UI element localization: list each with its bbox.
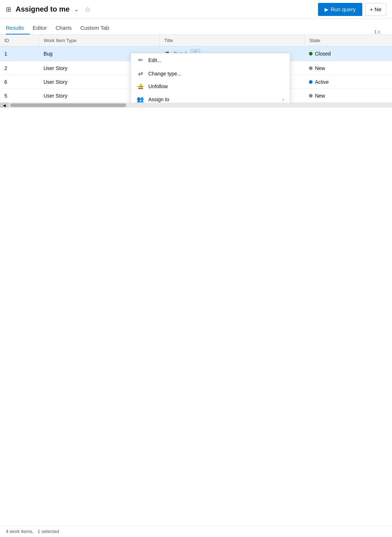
table-icon: ⊞ xyxy=(6,5,11,13)
chevron-down-icon[interactable]: ⌄ xyxy=(74,6,79,13)
menu-label: Change type... xyxy=(148,71,284,77)
new-button[interactable]: + Ne xyxy=(365,3,386,16)
menu-item-change-type[interactable]: ⇄ Change type... xyxy=(131,67,290,80)
footer-selected: 1 selected xyxy=(37,529,59,534)
cell-id: 5 xyxy=(0,89,39,103)
star-icon[interactable]: ☆ xyxy=(84,5,91,14)
scroll-left-arrow[interactable]: ◀ xyxy=(0,103,9,108)
menu-item-unfollow[interactable]: 🔔 Unfollow xyxy=(131,80,290,93)
state-dot-gray xyxy=(309,66,313,70)
state-dot-blue xyxy=(309,80,313,84)
play-icon: ▶ xyxy=(325,7,329,12)
tabs-bar: Results Editor Charts Custom Tab 1 c xyxy=(0,19,392,35)
unfollow-icon: 🔔 xyxy=(137,83,144,89)
cell-state: Active xyxy=(305,75,392,89)
col-title: Title xyxy=(160,35,305,46)
state-label: Closed xyxy=(315,51,331,57)
context-menu: ✏ Edit... ⇄ Change type... 🔔 Unfollow 👥 … xyxy=(131,53,290,103)
scroll-thumb[interactable] xyxy=(10,103,126,107)
tab-editor[interactable]: Editor xyxy=(33,21,53,34)
tab-results[interactable]: Results xyxy=(6,21,30,34)
cell-id: 2 xyxy=(0,61,39,75)
header: ⊞ Assigned to me ⌄ ☆ ▶ Run query + Ne xyxy=(0,0,392,19)
change-type-icon: ⇄ xyxy=(137,70,144,77)
run-query-button[interactable]: ▶ Run query xyxy=(318,3,362,16)
cell-state: New xyxy=(305,89,392,103)
tab-custom[interactable]: Custom Tab xyxy=(80,21,115,34)
menu-label: Edit... xyxy=(148,57,284,63)
cell-state: Closed xyxy=(305,46,392,61)
state-label: New xyxy=(315,93,325,99)
state-dot-green xyxy=(309,52,313,56)
table-header-row: ID Work Item Type Title State xyxy=(0,35,392,46)
tab-charts[interactable]: Charts xyxy=(55,21,77,34)
tab-count: 1 c xyxy=(374,29,386,34)
edit-icon: ✏ xyxy=(137,57,144,63)
state-dot-gray xyxy=(309,94,313,98)
page-title: Assigned to me xyxy=(16,5,70,13)
col-work-item-type: Work Item Type xyxy=(39,35,160,46)
cell-id: 6 xyxy=(0,75,39,89)
menu-label: Unfollow xyxy=(148,83,284,89)
state-label: New xyxy=(315,65,325,71)
menu-label: Assign to xyxy=(148,97,278,102)
horizontal-scrollbar[interactable]: ◀ xyxy=(0,103,392,108)
footer-count: 4 work items, xyxy=(6,529,34,534)
menu-item-assign-to[interactable]: 👥 Assign to › xyxy=(131,93,290,103)
submenu-arrow-icon: › xyxy=(282,97,284,102)
state-label: Active xyxy=(315,79,329,85)
cell-id: 1 xyxy=(0,46,39,61)
assign-icon: 👥 xyxy=(137,96,144,103)
table-container: ID Work Item Type Title State 1 Bug 🐞 Bu… xyxy=(0,35,392,103)
footer-status: 4 work items, 1 selected xyxy=(0,525,392,537)
col-state: State xyxy=(305,35,392,46)
cell-state: New xyxy=(305,61,392,75)
menu-item-edit[interactable]: ✏ Edit... xyxy=(131,53,290,67)
col-id: ID xyxy=(0,35,39,46)
